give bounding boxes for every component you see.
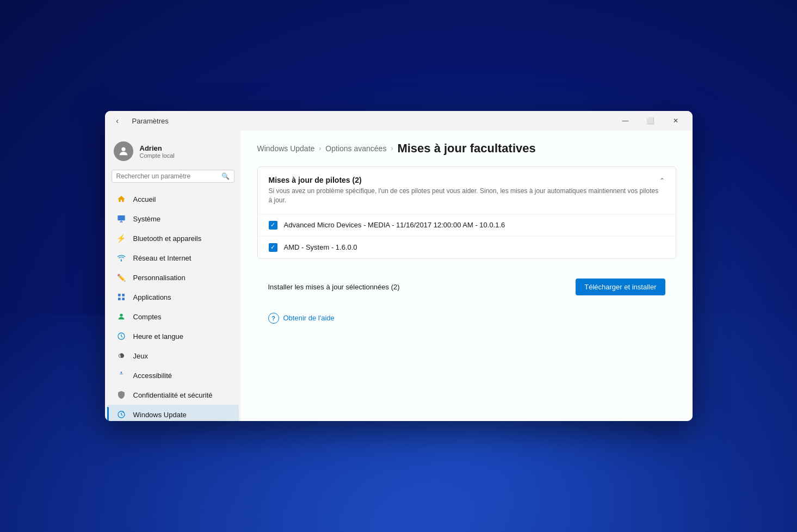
nav-label-wu: Windows Update <box>133 411 187 419</box>
network-icon <box>116 252 127 263</box>
restore-button[interactable]: ⬜ <box>638 112 663 129</box>
nav-label-heure: Heure et langue <box>133 332 184 341</box>
breadcrumb-sep-2: › <box>391 145 393 152</box>
nav-label-reseau: Réseau et Internet <box>133 254 191 262</box>
update-item-2: ✓ AMD - System - 1.6.0.0 <box>258 236 676 258</box>
minimize-button[interactable]: — <box>613 112 638 129</box>
search-icon: 🔍 <box>221 172 230 180</box>
sidebar-item-reseau[interactable]: Réseau et Internet <box>107 248 239 268</box>
sidebar-item-wu[interactable]: Windows Update <box>107 405 239 421</box>
sidebar-item-jeux[interactable]: Jeux <box>107 346 239 366</box>
breadcrumb-windows-update[interactable]: Windows Update <box>257 144 315 153</box>
sidebar: Adrien Compte local 🔍 Accueil <box>105 131 241 421</box>
home-icon <box>116 194 127 205</box>
nav-label-systeme: Système <box>133 215 161 223</box>
update-section: Mises à jour de pilotes (2) Si vous avez… <box>257 166 676 259</box>
windows-update-icon <box>116 409 127 420</box>
title-bar-controls: — ⬜ ✕ <box>613 112 688 129</box>
install-bar: Installer les mises à jour sélectionnées… <box>257 270 676 304</box>
chevron-up-icon: ⌃ <box>659 177 665 184</box>
breadcrumb: Windows Update › Options avancées › Mise… <box>257 141 676 156</box>
accounts-icon <box>116 311 127 322</box>
search-input[interactable] <box>116 172 218 180</box>
sidebar-item-perso[interactable]: ✏️ Personnalisation <box>107 268 239 287</box>
nav-label-jeux: Jeux <box>133 352 148 360</box>
avatar <box>114 141 133 161</box>
page-title: Mises à jour facultatives <box>397 141 535 156</box>
privacy-icon <box>116 389 127 400</box>
system-icon <box>116 213 127 224</box>
nav-label-comptes: Comptes <box>133 313 162 321</box>
svg-rect-3 <box>118 294 121 296</box>
bluetooth-icon: ⚡ <box>116 233 127 244</box>
install-button[interactable]: Télécharger et installer <box>576 279 665 295</box>
settings-window: ‹ Paramètres — ⬜ ✕ Adrien Compte local <box>105 111 693 421</box>
help-section: ? Obtenir de l'aide <box>257 313 676 324</box>
sidebar-item-apps[interactable]: Applications <box>107 287 239 307</box>
svg-point-10 <box>120 372 122 373</box>
update-label-1: Advanced Micro Devices - MEDIA - 11/16/2… <box>284 221 505 229</box>
update-item-1: ✓ Advanced Micro Devices - MEDIA - 11/16… <box>258 214 676 236</box>
help-link[interactable]: ? Obtenir de l'aide <box>268 313 665 324</box>
user-info: Adrien Compte local <box>140 144 175 159</box>
user-name: Adrien <box>140 144 175 152</box>
sidebar-item-accessibilite[interactable]: Accessibilité <box>107 366 239 385</box>
section-header[interactable]: Mises à jour de pilotes (2) Si vous avez… <box>258 167 676 214</box>
breadcrumb-sep-1: › <box>319 145 321 152</box>
nav-menu: Accueil Système ⚡ Bluetooth et appareils <box>105 189 241 421</box>
sidebar-item-comptes[interactable]: Comptes <box>107 307 239 326</box>
nav-label-bluetooth: Bluetooth et appareils <box>133 234 202 243</box>
nav-label-access: Accessibilité <box>133 372 172 380</box>
accessibility-icon <box>116 370 127 381</box>
window-title: Paramètres <box>132 117 169 125</box>
back-button[interactable]: ‹ <box>109 113 126 129</box>
svg-point-7 <box>120 314 122 317</box>
main-content: Windows Update › Options avancées › Mise… <box>241 131 693 421</box>
svg-point-0 <box>121 147 125 151</box>
svg-point-2 <box>121 261 121 261</box>
svg-rect-5 <box>118 298 121 300</box>
section-title: Mises à jour de pilotes (2) <box>269 176 659 184</box>
svg-rect-4 <box>122 294 125 296</box>
install-text: Installer les mises à jour sélectionnées… <box>268 283 400 291</box>
checkbox-1[interactable]: ✓ <box>269 221 277 230</box>
games-icon <box>116 350 127 361</box>
nav-label-apps: Applications <box>133 293 171 301</box>
breadcrumb-options-avancees[interactable]: Options avancées <box>325 144 386 153</box>
sidebar-item-accueil[interactable]: Accueil <box>107 189 239 209</box>
checkbox-2[interactable]: ✓ <box>269 243 277 252</box>
title-bar-left: ‹ Paramètres <box>109 113 169 129</box>
close-button[interactable]: ✕ <box>663 112 688 129</box>
sidebar-item-systeme[interactable]: Système <box>107 209 239 228</box>
section-header-left: Mises à jour de pilotes (2) Si vous avez… <box>269 176 659 205</box>
window-body: Adrien Compte local 🔍 Accueil <box>105 131 693 421</box>
help-icon: ? <box>268 313 279 324</box>
nav-label-perso: Personnalisation <box>133 274 186 282</box>
title-bar: ‹ Paramètres — ⬜ ✕ <box>105 111 693 131</box>
personalization-icon: ✏️ <box>116 272 127 283</box>
user-role: Compte local <box>140 152 175 159</box>
search-box[interactable]: 🔍 <box>112 170 234 183</box>
nav-label-accueil: Accueil <box>133 195 156 203</box>
help-label: Obtenir de l'aide <box>283 314 335 322</box>
svg-rect-6 <box>122 298 125 300</box>
section-description: Si vous avez un problème spécifique, l'u… <box>269 187 659 205</box>
nav-label-priv: Confidentialité et sécurité <box>133 391 213 399</box>
sidebar-item-heure[interactable]: Heure et langue <box>107 326 239 346</box>
user-section: Adrien Compte local <box>105 135 241 170</box>
svg-rect-1 <box>118 215 125 220</box>
sidebar-item-priv[interactable]: Confidentialité et sécurité <box>107 385 239 405</box>
apps-icon <box>116 292 127 302</box>
update-label-2: AMD - System - 1.6.0.0 <box>284 243 357 251</box>
sidebar-item-bluetooth[interactable]: ⚡ Bluetooth et appareils <box>107 228 239 248</box>
time-icon <box>116 331 127 342</box>
